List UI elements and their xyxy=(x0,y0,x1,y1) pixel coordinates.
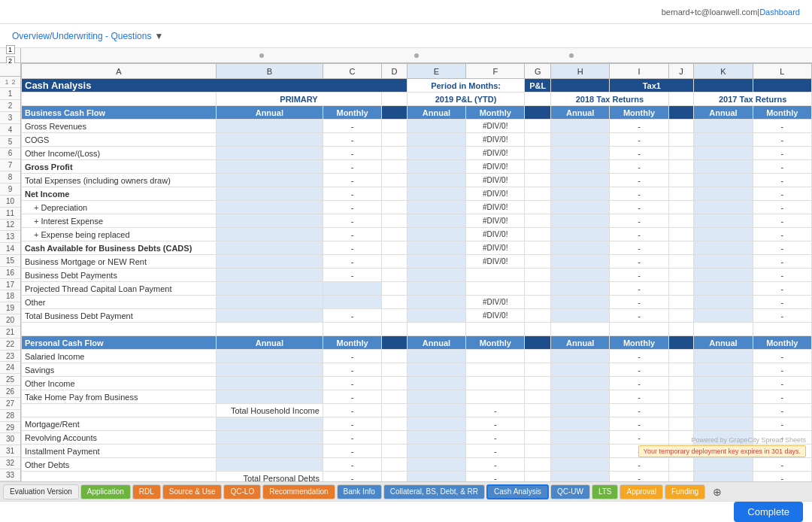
table-row: Mortgage/Rent---- xyxy=(22,417,812,431)
cell: Mortgage/Rent xyxy=(22,417,217,431)
cell xyxy=(694,323,753,336)
cell xyxy=(694,404,753,417)
tab-item[interactable]: LTS xyxy=(592,484,619,499)
cell: + Expense being replaced xyxy=(22,228,217,241)
cell xyxy=(407,187,465,201)
cell xyxy=(525,390,551,404)
col-header-d: D xyxy=(382,64,408,79)
cell xyxy=(216,187,323,201)
cell xyxy=(216,363,323,377)
tab-item[interactable]: QC-LO xyxy=(223,484,261,499)
cell xyxy=(22,93,217,106)
cell: - xyxy=(323,174,381,187)
row-number: 29 xyxy=(0,422,20,434)
cell xyxy=(216,417,323,431)
cell: #DIV/0! xyxy=(466,201,525,214)
cell: - xyxy=(323,390,381,404)
cell: Monthly xyxy=(466,106,525,120)
tabs-bar: Evaluation VersionApplicationRDLSource &… xyxy=(0,481,812,501)
cell xyxy=(382,323,408,336)
cell: - xyxy=(323,147,381,160)
cell xyxy=(668,336,694,350)
cell: - xyxy=(753,214,811,228)
tab-item[interactable]: Source & Use xyxy=(162,484,223,499)
cell xyxy=(22,472,217,482)
complete-button[interactable]: Complete xyxy=(734,502,803,522)
cell xyxy=(668,228,694,241)
cell: - xyxy=(610,309,668,323)
tab-item[interactable]: Recommendation xyxy=(262,484,335,499)
cell xyxy=(668,445,694,458)
breadcrumb-dropdown-icon[interactable]: ▼ xyxy=(154,31,163,41)
tab-item[interactable]: Funding xyxy=(665,484,705,499)
cell: Annual xyxy=(694,336,753,350)
cell xyxy=(668,133,694,147)
cell: Total Business Debt Payment xyxy=(22,309,217,323)
cell xyxy=(407,201,465,214)
table-row: Total Personal Debts---- xyxy=(22,472,812,482)
cell xyxy=(525,336,551,350)
cell xyxy=(668,417,694,431)
cell xyxy=(694,363,753,377)
cell xyxy=(525,309,551,323)
cell xyxy=(551,241,610,255)
table-row: + Expense being replaced-#DIV/0!-- xyxy=(22,228,812,241)
cell xyxy=(407,269,465,282)
cell: Total Personal Debts xyxy=(216,472,323,482)
level-btn-1[interactable]: 1 xyxy=(6,45,15,54)
cell: - xyxy=(466,445,525,458)
tab-item[interactable]: QC-UW xyxy=(550,484,590,499)
cell xyxy=(668,390,694,404)
cell xyxy=(216,133,323,147)
cell xyxy=(382,282,408,296)
cell xyxy=(382,363,408,377)
cell: - xyxy=(610,147,668,160)
table-row: Revolving Accounts---- xyxy=(22,431,812,445)
cell: - xyxy=(610,282,668,296)
cell: - xyxy=(753,187,811,201)
cell: Business Cash Flow xyxy=(22,106,217,120)
cell xyxy=(466,282,525,296)
cell: - xyxy=(753,417,811,431)
tab-item[interactable]: Cash Analysis xyxy=(486,484,549,499)
cell xyxy=(525,133,551,147)
cell xyxy=(668,296,694,309)
breadcrumb-overview[interactable]: Overview xyxy=(12,31,50,41)
tab-item[interactable]: Collateral, BS, Debt, & RR xyxy=(383,484,485,499)
cell: Savings xyxy=(22,363,217,377)
cell xyxy=(694,431,753,445)
cell: - xyxy=(610,187,668,201)
cell xyxy=(694,390,753,404)
cell xyxy=(407,363,465,377)
cell: Cash Analysis xyxy=(22,79,408,93)
col-header-b: B xyxy=(216,64,323,79)
row-number: 22 xyxy=(0,338,20,351)
row-number: 17 xyxy=(0,279,20,291)
tab-item[interactable]: Evaluation Version xyxy=(3,484,79,499)
cell xyxy=(382,93,408,106)
dashboard-link[interactable]: Dashboard xyxy=(759,8,800,17)
cell: #DIV/0! xyxy=(466,187,525,201)
cell: #DIV/0! xyxy=(466,241,525,255)
cell xyxy=(216,214,323,228)
cell: - xyxy=(610,133,668,147)
cell: #DIV/0! xyxy=(466,120,525,133)
add-tab-button[interactable]: ⊕ xyxy=(707,484,728,499)
tab-item[interactable]: Bank Info xyxy=(337,484,382,499)
cell: Annual xyxy=(551,106,610,120)
row-number: 1 xyxy=(0,88,20,100)
cell xyxy=(382,350,408,363)
breadcrumb-underwriting[interactable]: Underwriting - Questions xyxy=(52,31,151,41)
cell xyxy=(525,160,551,174)
cell xyxy=(407,458,465,472)
cell: - xyxy=(610,404,668,417)
cell xyxy=(22,323,217,336)
cell xyxy=(216,309,323,323)
tab-item[interactable]: RDL xyxy=(132,484,161,499)
cell xyxy=(694,445,753,458)
cell xyxy=(216,228,323,241)
cell: - xyxy=(753,120,811,133)
tab-item[interactable]: Application xyxy=(80,484,131,499)
tab-item[interactable]: Approval xyxy=(620,484,662,499)
cell: #DIV/0! xyxy=(466,147,525,160)
